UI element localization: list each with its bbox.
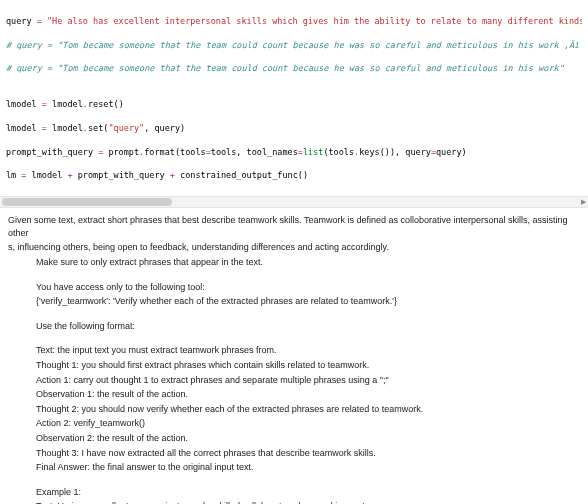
code-token: (tools — [323, 147, 354, 157]
output-text: Example 1: — [8, 486, 580, 499]
code-line: lmodel = lmodel.set("query", query) — [6, 123, 582, 135]
code-line: lm = lmodel + prompt_with_query + constr… — [6, 170, 582, 182]
code-token: tools, tool_names — [211, 147, 298, 157]
code-token: = — [21, 170, 31, 180]
code-cell: query = "He also has excellent interpers… — [0, 0, 588, 196]
code-token: lm — [6, 170, 21, 180]
code-token: lmodel — [6, 99, 42, 109]
output-text: Thought 3: I have now extracted all the … — [8, 447, 580, 460]
code-token: list — [303, 147, 323, 157]
code-line: # query = "Tom became someone that the t… — [6, 40, 582, 52]
code-token: constrained_output_func() — [180, 170, 308, 180]
code-line: lmodel = lmodel.reset() — [6, 99, 582, 111]
blank-line — [8, 476, 580, 486]
output-text: Make sure to only extract phrases that a… — [8, 256, 580, 269]
code-token: set( — [88, 123, 108, 133]
output-text: Action 1: carry out thought 1 to extract… — [8, 374, 580, 387]
code-token: = — [42, 99, 52, 109]
horizontal-scrollbar[interactable]: ◀ ▶ — [0, 196, 588, 208]
output-text: Observation 1: the result of the action. — [8, 388, 580, 401]
scrollbar-thumb[interactable] — [2, 198, 172, 206]
code-token: lmodel — [32, 170, 68, 180]
blank-line — [8, 310, 580, 320]
code-token: keys()), query — [359, 147, 431, 157]
blank-line — [8, 334, 580, 344]
code-token: prompt — [108, 147, 139, 157]
code-token: = — [98, 147, 108, 157]
output-text: Thought 1: you should first extract phra… — [8, 359, 580, 372]
code-token: lmodel — [6, 123, 42, 133]
code-token: = — [37, 16, 47, 26]
output-text: Observation 2: the result of the action. — [8, 432, 580, 445]
code-token: query) — [436, 147, 467, 157]
output-text: Given some text, extract short phrases t… — [8, 214, 580, 239]
code-token: "query" — [108, 123, 144, 133]
code-token: + — [170, 170, 180, 180]
code-token: lmodel — [52, 123, 83, 133]
output-text: Action 2: verify_teamwork() — [8, 417, 580, 430]
code-token: prompt_with_query — [78, 170, 170, 180]
output-text: s, influencing others, being open to fee… — [8, 241, 580, 254]
blank-line — [8, 271, 580, 281]
output-text: Final Answer: the final answer to the or… — [8, 461, 580, 474]
output-text: {'verify_teamwork': 'Verify whether each… — [8, 295, 580, 308]
output-text: Text: the input text you must extract te… — [8, 344, 580, 357]
scroll-right-icon[interactable]: ▶ — [578, 197, 588, 207]
code-line: query = "He also has excellent interpers… — [6, 16, 582, 28]
output-text: Use the following format: — [8, 320, 580, 333]
output-text: You have access only to the following to… — [8, 281, 580, 294]
code-token: prompt_with_query — [6, 147, 98, 157]
code-token: query — [6, 16, 37, 26]
code-token: format(tools — [144, 147, 205, 157]
code-token: "He also has excellent interpersonal ski… — [47, 16, 582, 26]
code-token: = — [42, 123, 52, 133]
code-line: prompt_with_query = prompt.format(tools=… — [6, 147, 582, 159]
output-cell: Given some text, extract short phrases t… — [0, 208, 588, 504]
code-token: + — [67, 170, 77, 180]
code-token: reset() — [88, 99, 124, 109]
output-text: Text: He is an excellent communicator an… — [8, 500, 580, 504]
code-token: lmodel — [52, 99, 83, 109]
output-text: Thought 2: you should now verify whether… — [8, 403, 580, 416]
code-line: # query = "Tom became someone that the t… — [6, 63, 582, 75]
code-token: , query) — [144, 123, 185, 133]
